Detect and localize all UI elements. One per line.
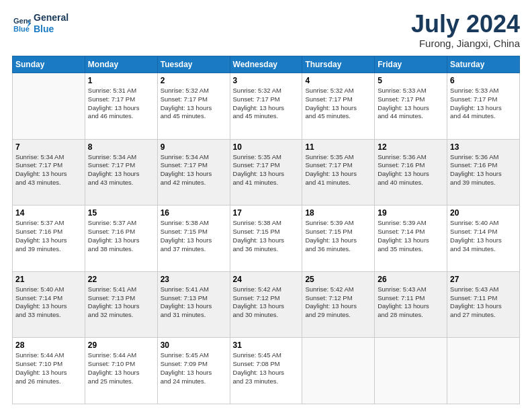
calendar-cell: 24Sunrise: 5:42 AM Sunset: 7:12 PM Dayli… xyxy=(230,271,302,338)
weekday-saturday: Saturday xyxy=(447,56,520,73)
day-info: Sunrise: 5:40 AM Sunset: 7:14 PM Dayligh… xyxy=(450,219,517,253)
day-number: 1 xyxy=(88,76,154,85)
day-number: 8 xyxy=(88,142,154,152)
calendar-cell: 30Sunrise: 5:45 AM Sunset: 7:09 PM Dayli… xyxy=(157,338,230,404)
calendar-cell: 3Sunrise: 5:32 AM Sunset: 7:17 PM Daylig… xyxy=(230,73,302,140)
calendar-cell: 31Sunrise: 5:45 AM Sunset: 7:08 PM Dayli… xyxy=(230,338,302,404)
day-number: 31 xyxy=(233,340,300,350)
day-number: 7 xyxy=(15,142,82,152)
day-info: Sunrise: 5:33 AM Sunset: 7:17 PM Dayligh… xyxy=(450,87,517,121)
calendar-cell: 4Sunrise: 5:32 AM Sunset: 7:17 PM Daylig… xyxy=(302,73,375,140)
day-info: Sunrise: 5:44 AM Sunset: 7:10 PM Dayligh… xyxy=(88,351,154,385)
day-number: 4 xyxy=(305,76,371,85)
day-number: 5 xyxy=(378,76,444,85)
calendar-cell: 6Sunrise: 5:33 AM Sunset: 7:17 PM Daylig… xyxy=(447,73,520,140)
calendar-cell: 18Sunrise: 5:39 AM Sunset: 7:15 PM Dayli… xyxy=(302,205,375,272)
day-info: Sunrise: 5:33 AM Sunset: 7:17 PM Dayligh… xyxy=(378,87,444,121)
day-info: Sunrise: 5:39 AM Sunset: 7:14 PM Dayligh… xyxy=(378,219,444,253)
logo: General Blue General Blue xyxy=(12,12,69,35)
day-info: Sunrise: 5:42 AM Sunset: 7:12 PM Dayligh… xyxy=(233,285,300,320)
day-number: 14 xyxy=(15,208,82,218)
calendar-cell: 8Sunrise: 5:34 AM Sunset: 7:17 PM Daylig… xyxy=(85,139,157,205)
day-info: Sunrise: 5:41 AM Sunset: 7:13 PM Dayligh… xyxy=(88,285,154,320)
day-number: 9 xyxy=(161,142,227,152)
day-number: 20 xyxy=(450,208,517,218)
calendar-cell: 16Sunrise: 5:38 AM Sunset: 7:15 PM Dayli… xyxy=(157,205,230,272)
day-info: Sunrise: 5:31 AM Sunset: 7:17 PM Dayligh… xyxy=(88,87,154,121)
calendar-week-5: 28Sunrise: 5:44 AM Sunset: 7:10 PM Dayli… xyxy=(13,338,520,404)
day-number: 30 xyxy=(161,340,227,350)
day-info: Sunrise: 5:37 AM Sunset: 7:16 PM Dayligh… xyxy=(15,219,82,253)
day-number: 24 xyxy=(233,275,300,284)
calendar-cell: 27Sunrise: 5:43 AM Sunset: 7:11 PM Dayli… xyxy=(447,271,520,338)
day-number: 23 xyxy=(161,275,227,284)
day-info: Sunrise: 5:36 AM Sunset: 7:16 PM Dayligh… xyxy=(378,153,444,187)
day-number: 29 xyxy=(88,340,154,350)
calendar-week-3: 14Sunrise: 5:37 AM Sunset: 7:16 PM Dayli… xyxy=(13,205,520,272)
day-number: 27 xyxy=(450,275,517,284)
day-info: Sunrise: 5:35 AM Sunset: 7:17 PM Dayligh… xyxy=(305,153,371,187)
calendar-cell: 20Sunrise: 5:40 AM Sunset: 7:14 PM Dayli… xyxy=(447,205,520,272)
day-number: 26 xyxy=(378,275,444,284)
day-number: 22 xyxy=(88,275,154,284)
calendar-cell: 11Sunrise: 5:35 AM Sunset: 7:17 PM Dayli… xyxy=(302,139,375,205)
day-info: Sunrise: 5:43 AM Sunset: 7:11 PM Dayligh… xyxy=(378,285,444,320)
calendar-cell xyxy=(375,338,447,404)
calendar-cell: 19Sunrise: 5:39 AM Sunset: 7:14 PM Dayli… xyxy=(375,205,447,272)
weekday-monday: Monday xyxy=(85,56,157,73)
calendar-cell: 17Sunrise: 5:38 AM Sunset: 7:15 PM Dayli… xyxy=(230,205,302,272)
day-number: 10 xyxy=(233,142,300,152)
day-info: Sunrise: 5:37 AM Sunset: 7:16 PM Dayligh… xyxy=(88,219,154,253)
day-number: 17 xyxy=(233,208,300,218)
logo-icon: General Blue xyxy=(12,14,31,33)
calendar-week-4: 21Sunrise: 5:40 AM Sunset: 7:14 PM Dayli… xyxy=(13,271,520,338)
weekday-header-row: SundayMondayTuesdayWednesdayThursdayFrid… xyxy=(13,56,520,73)
calendar-cell: 28Sunrise: 5:44 AM Sunset: 7:10 PM Dayli… xyxy=(13,338,85,404)
weekday-wednesday: Wednesday xyxy=(230,56,302,73)
calendar-week-1: 1Sunrise: 5:31 AM Sunset: 7:17 PM Daylig… xyxy=(13,73,520,140)
calendar-cell xyxy=(13,73,85,140)
calendar-cell: 21Sunrise: 5:40 AM Sunset: 7:14 PM Dayli… xyxy=(13,271,85,338)
calendar-cell: 23Sunrise: 5:41 AM Sunset: 7:13 PM Dayli… xyxy=(157,271,230,338)
day-number: 18 xyxy=(305,208,371,218)
day-number: 11 xyxy=(305,142,371,152)
calendar-cell: 7Sunrise: 5:34 AM Sunset: 7:17 PM Daylig… xyxy=(13,139,85,205)
calendar-cell: 25Sunrise: 5:42 AM Sunset: 7:12 PM Dayli… xyxy=(302,271,375,338)
calendar-cell: 9Sunrise: 5:34 AM Sunset: 7:17 PM Daylig… xyxy=(157,139,230,205)
day-info: Sunrise: 5:45 AM Sunset: 7:08 PM Dayligh… xyxy=(233,351,300,385)
day-info: Sunrise: 5:34 AM Sunset: 7:17 PM Dayligh… xyxy=(88,153,154,187)
day-number: 16 xyxy=(161,208,227,218)
calendar-cell: 14Sunrise: 5:37 AM Sunset: 7:16 PM Dayli… xyxy=(13,205,85,272)
calendar-location: Furong, Jiangxi, China xyxy=(411,38,520,49)
calendar-cell xyxy=(302,338,375,404)
calendar-cell: 2Sunrise: 5:32 AM Sunset: 7:17 PM Daylig… xyxy=(157,73,230,140)
calendar-cell: 10Sunrise: 5:35 AM Sunset: 7:17 PM Dayli… xyxy=(230,139,302,205)
day-info: Sunrise: 5:38 AM Sunset: 7:15 PM Dayligh… xyxy=(233,219,300,253)
calendar-cell: 26Sunrise: 5:43 AM Sunset: 7:11 PM Dayli… xyxy=(375,271,447,338)
calendar-cell: 15Sunrise: 5:37 AM Sunset: 7:16 PM Dayli… xyxy=(85,205,157,272)
day-number: 3 xyxy=(233,76,300,85)
day-info: Sunrise: 5:41 AM Sunset: 7:13 PM Dayligh… xyxy=(161,285,227,320)
day-number: 15 xyxy=(88,208,154,218)
calendar-cell: 13Sunrise: 5:36 AM Sunset: 7:16 PM Dayli… xyxy=(447,139,520,205)
calendar-cell: 22Sunrise: 5:41 AM Sunset: 7:13 PM Dayli… xyxy=(85,271,157,338)
logo-line2: Blue xyxy=(34,24,69,35)
day-number: 2 xyxy=(161,76,227,85)
calendar-cell: 1Sunrise: 5:31 AM Sunset: 7:17 PM Daylig… xyxy=(85,73,157,140)
weekday-sunday: Sunday xyxy=(13,56,85,73)
day-info: Sunrise: 5:35 AM Sunset: 7:17 PM Dayligh… xyxy=(233,153,300,187)
weekday-thursday: Thursday xyxy=(302,56,375,73)
day-info: Sunrise: 5:36 AM Sunset: 7:16 PM Dayligh… xyxy=(450,153,517,187)
day-info: Sunrise: 5:34 AM Sunset: 7:17 PM Dayligh… xyxy=(161,153,227,187)
title-block: July 2024 Furong, Jiangxi, China xyxy=(411,12,520,49)
day-info: Sunrise: 5:45 AM Sunset: 7:09 PM Dayligh… xyxy=(161,351,227,385)
svg-text:Blue: Blue xyxy=(13,25,30,33)
weekday-tuesday: Tuesday xyxy=(157,56,230,73)
day-number: 12 xyxy=(378,142,444,152)
calendar-week-2: 7Sunrise: 5:34 AM Sunset: 7:17 PM Daylig… xyxy=(13,139,520,205)
calendar-title: July 2024 xyxy=(411,12,520,36)
day-info: Sunrise: 5:32 AM Sunset: 7:17 PM Dayligh… xyxy=(161,87,227,121)
calendar-cell: 29Sunrise: 5:44 AM Sunset: 7:10 PM Dayli… xyxy=(85,338,157,404)
day-number: 25 xyxy=(305,275,371,284)
day-number: 21 xyxy=(15,275,82,284)
